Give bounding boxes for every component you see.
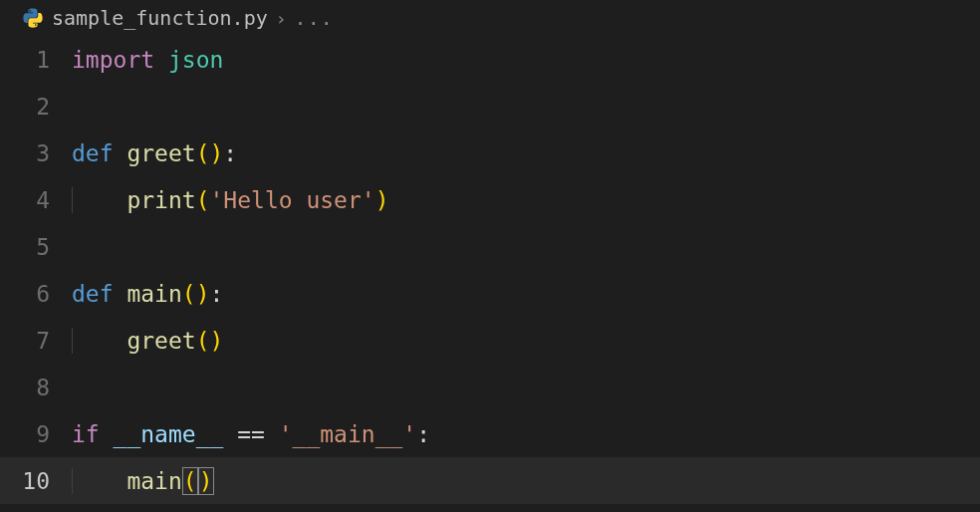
line-number: 3	[0, 140, 72, 166]
line-number: 9	[0, 421, 72, 447]
code-editor[interactable]: 1 import json 2 3 def greet(): 4 print('…	[0, 34, 980, 504]
indent-guide	[72, 328, 73, 354]
code-line[interactable]: 7 greet()	[0, 317, 980, 364]
breadcrumb[interactable]: sample_function.py › ...	[0, 0, 980, 34]
code-line[interactable]: 8	[0, 364, 980, 410]
line-number: 6	[0, 281, 72, 307]
code-line[interactable]: 3 def greet():	[0, 129, 980, 176]
line-number: 5	[0, 234, 72, 260]
line-number: 10	[0, 468, 72, 494]
code-line[interactable]: 4 print('Hello user')	[0, 176, 980, 223]
line-number: 4	[0, 187, 72, 213]
chevron-right-icon: ›	[276, 8, 287, 29]
bracket-match: )	[198, 467, 214, 495]
indent-guide	[72, 468, 73, 494]
code-content[interactable]: def main():	[72, 270, 223, 317]
line-number: 2	[0, 94, 72, 120]
code-line[interactable]: 10 main()	[0, 457, 980, 504]
code-line[interactable]: 5	[0, 223, 980, 270]
code-content[interactable]: if __name__ == '__main__':	[72, 410, 430, 457]
code-content[interactable]: def greet():	[72, 129, 237, 176]
code-line[interactable]: 6 def main():	[0, 270, 980, 317]
line-number: 7	[0, 328, 72, 354]
indent-guide	[72, 187, 73, 213]
python-file-icon	[22, 7, 44, 29]
breadcrumb-filename[interactable]: sample_function.py	[52, 6, 268, 30]
bracket-match: (	[182, 467, 198, 495]
line-number: 8	[0, 375, 72, 400]
code-content[interactable]: greet()	[72, 317, 223, 364]
code-line[interactable]: 1 import json	[0, 36, 980, 83]
code-line[interactable]: 2	[0, 83, 980, 129]
line-number: 1	[0, 47, 72, 73]
code-content[interactable]: print('Hello user')	[72, 176, 389, 223]
code-content[interactable]: main()	[72, 457, 214, 504]
code-line[interactable]: 9 if __name__ == '__main__':	[0, 410, 980, 457]
breadcrumb-symbol[interactable]: ...	[295, 6, 334, 30]
code-content[interactable]: import json	[72, 36, 223, 83]
